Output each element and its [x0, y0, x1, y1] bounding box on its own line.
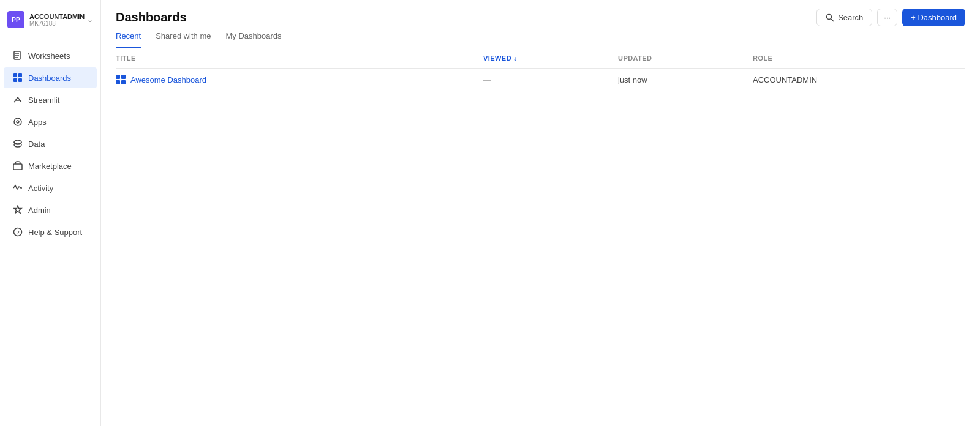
- sidebar-item-label: Admin: [28, 206, 51, 215]
- sidebar-divider: [0, 42, 100, 42]
- col-header-updated: Updated: [618, 54, 753, 62]
- tab-my-dashboards[interactable]: My Dashboards: [226, 31, 282, 48]
- row-updated: just now: [618, 75, 753, 84]
- svg-point-9: [17, 121, 19, 123]
- dashboard-name: Awesome Dashboard: [130, 75, 206, 84]
- svg-rect-5: [18, 73, 22, 77]
- sort-arrow-icon: ↓: [514, 55, 517, 62]
- dashboard-row-icon: [116, 75, 126, 84]
- svg-rect-10: [13, 164, 22, 170]
- help-icon: ?: [12, 226, 23, 237]
- svg-rect-4: [13, 73, 17, 77]
- table-header: Title Viewed ↓ Updated Role: [116, 48, 965, 69]
- streamlit-icon: [12, 94, 23, 105]
- sidebar-item-worksheets[interactable]: Worksheets: [4, 45, 97, 66]
- row-role: ACCOUNTADMIN: [753, 75, 965, 84]
- sidebar-item-admin[interactable]: Admin: [4, 200, 97, 220]
- svg-rect-7: [18, 78, 22, 82]
- apps-icon: [12, 116, 23, 127]
- main-content: Dashboards Search ··· + Dashboard Recent…: [101, 0, 980, 426]
- tab-shared[interactable]: Shared with me: [156, 31, 211, 48]
- user-name: ACCOUNTADMIN: [29, 13, 87, 20]
- sidebar-item-label: Worksheets: [28, 51, 70, 61]
- more-icon: ···: [884, 13, 891, 22]
- sidebar-item-label: Streamlit: [28, 95, 59, 105]
- sidebar-item-dashboards[interactable]: Dashboards: [4, 67, 97, 88]
- tabs-bar: Recent Shared with me My Dashboards: [101, 31, 980, 48]
- page-title: Dashboards: [116, 10, 187, 24]
- more-button[interactable]: ···: [877, 9, 897, 26]
- sidebar: PP ACCOUNTADMIN MK76188 ⌄ Worksheets: [0, 0, 101, 426]
- sidebar-item-label: Help & Support: [28, 228, 82, 237]
- sidebar-item-label: Dashboards: [28, 73, 71, 83]
- activity-icon: [12, 182, 23, 193]
- user-info: ACCOUNTADMIN MK76188: [29, 13, 87, 27]
- sidebar-item-label: Activity: [28, 184, 53, 193]
- col-header-role: Role: [753, 54, 965, 62]
- svg-text:?: ?: [17, 230, 20, 236]
- col-header-title: Title: [116, 54, 483, 62]
- user-id: MK76188: [29, 20, 87, 27]
- sidebar-item-label: Apps: [28, 118, 47, 127]
- new-dashboard-label: + Dashboard: [911, 13, 957, 22]
- sidebar-item-apps[interactable]: Apps: [4, 111, 97, 132]
- new-dashboard-button[interactable]: + Dashboard: [902, 9, 965, 26]
- page-header: Dashboards Search ··· + Dashboard: [101, 0, 980, 26]
- avatar: PP: [7, 11, 24, 28]
- dashboards-table: Title Viewed ↓ Updated Role Awesome Dash…: [101, 48, 980, 426]
- search-button[interactable]: Search: [816, 9, 872, 26]
- marketplace-icon: [12, 160, 23, 171]
- row-title: Awesome Dashboard: [116, 75, 483, 84]
- sidebar-item-label: Data: [28, 140, 45, 149]
- sidebar-item-data[interactable]: Data: [4, 133, 97, 154]
- chevron-down-icon: ⌄: [87, 15, 93, 24]
- file-icon: [12, 50, 23, 61]
- data-icon: [12, 138, 23, 149]
- col-header-viewed[interactable]: Viewed ↓: [483, 54, 618, 62]
- svg-point-8: [14, 118, 21, 125]
- sidebar-item-activity[interactable]: Activity: [4, 177, 97, 198]
- row-viewed: —: [483, 75, 618, 84]
- dashboard-grid-icon: [12, 72, 23, 83]
- search-label: Search: [838, 13, 863, 22]
- svg-point-13: [827, 14, 832, 19]
- sidebar-item-help[interactable]: ? Help & Support: [4, 222, 97, 242]
- admin-icon: [12, 204, 23, 215]
- header-actions: Search ··· + Dashboard: [816, 9, 965, 26]
- svg-rect-6: [13, 78, 17, 82]
- table-row[interactable]: Awesome Dashboard — just now ACCOUNTADMI…: [116, 69, 965, 91]
- sidebar-item-label: Marketplace: [28, 162, 72, 171]
- tab-recent[interactable]: Recent: [116, 31, 141, 48]
- user-profile[interactable]: PP ACCOUNTADMIN MK76188 ⌄: [0, 5, 100, 34]
- svg-line-14: [831, 19, 834, 21]
- search-icon: [826, 13, 834, 22]
- sidebar-item-marketplace[interactable]: Marketplace: [4, 155, 97, 176]
- sidebar-item-streamlit[interactable]: Streamlit: [4, 89, 97, 110]
